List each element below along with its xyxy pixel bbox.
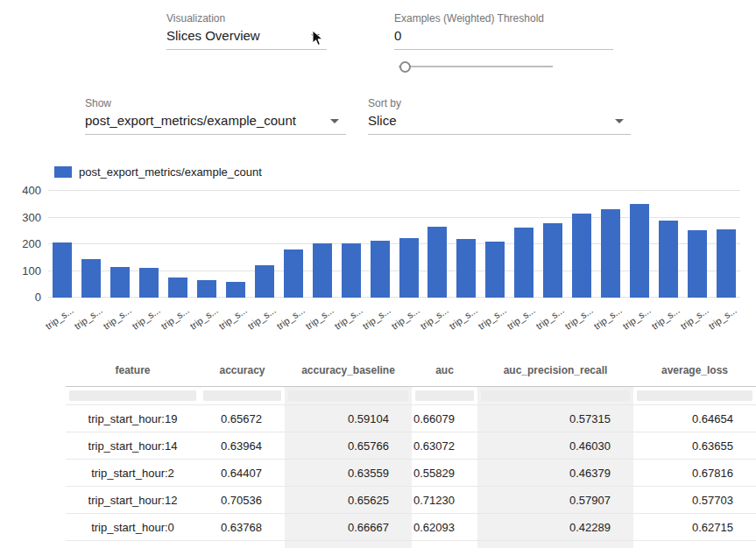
metric-cell: 0.65766	[285, 432, 412, 460]
bar-series	[48, 191, 740, 298]
bar-slot	[394, 191, 423, 298]
feature-cell: trip_start_hour:2	[66, 460, 200, 487]
bar[interactable]	[226, 282, 245, 298]
x-axis-label: trip_s...	[332, 305, 364, 332]
metric-cell: 0.57907	[477, 487, 633, 514]
x-axis-label: trip_s...	[678, 305, 710, 332]
table-row[interactable]: trip_start_hour:230.660160.648440.583370…	[66, 541, 756, 548]
column-header[interactable]: auc_precision_recall	[477, 355, 633, 387]
column-header[interactable]: accuracy	[200, 355, 285, 387]
bar[interactable]	[371, 241, 390, 298]
bar-slot	[307, 191, 336, 298]
table-row[interactable]: trip_start_hour:140.639640.657660.630720…	[66, 432, 756, 460]
threshold-slider-track[interactable]	[399, 66, 553, 67]
metric-cell: 0.58337	[412, 541, 477, 548]
bar[interactable]	[514, 228, 533, 298]
x-axis-label: trip_s...	[649, 305, 681, 332]
chevron-down-icon	[615, 119, 624, 123]
table-row[interactable]: trip_start_hour:00.637680.666670.620930.…	[66, 514, 756, 541]
bar[interactable]	[456, 239, 476, 298]
bar[interactable]	[601, 209, 620, 298]
table-body: trip_start_hour:190.656720.591040.660790…	[66, 405, 756, 548]
bar[interactable]	[313, 243, 332, 298]
x-axis-label: trip_s...	[303, 305, 335, 332]
mouse-cursor-icon	[312, 30, 326, 47]
metric-cell: 0.57703	[633, 487, 756, 514]
bar[interactable]	[197, 280, 216, 298]
bar[interactable]	[399, 238, 419, 298]
feature-cell: trip_start_hour:23	[66, 541, 200, 548]
bar[interactable]	[81, 259, 101, 298]
bar[interactable]	[139, 268, 159, 298]
column-filter-input[interactable]	[203, 390, 281, 401]
y-axis-label: 0	[6, 291, 41, 304]
bar[interactable]	[688, 230, 707, 298]
bar[interactable]	[659, 221, 678, 298]
bar-slot	[365, 191, 394, 298]
bar[interactable]	[342, 243, 361, 298]
show-dropdown[interactable]: post_export_metrics/example_count	[85, 111, 346, 135]
bar-slot	[77, 191, 106, 298]
x-axis-label: trip_s...	[159, 305, 191, 332]
table-header-row: featureaccuracyaccuracy_baselineaucauc_p…	[66, 355, 756, 387]
x-axis-label: trip_s...	[620, 305, 652, 332]
x-axis-label: trip_s...	[216, 305, 248, 332]
sort-by-value: Slice	[368, 113, 397, 128]
visualization-dropdown[interactable]: Slices Overview	[166, 26, 327, 50]
column-filter-input[interactable]	[288, 390, 408, 401]
chart-y-axis: 0100200300400	[0, 191, 41, 298]
bar[interactable]	[427, 227, 447, 298]
column-header[interactable]: average_loss	[633, 355, 756, 387]
bar[interactable]	[543, 223, 562, 298]
bar[interactable]	[485, 242, 505, 298]
column-header[interactable]: accuracy_baseline	[285, 355, 412, 387]
x-axis-label: trip_s...	[131, 305, 162, 332]
bar-slot	[568, 191, 597, 298]
feature-cell: trip_start_hour:19	[66, 405, 200, 432]
metric-cell: 0.55829	[412, 460, 477, 487]
column-filter-input[interactable]	[637, 390, 752, 401]
bar-slot	[250, 191, 279, 298]
bar[interactable]	[168, 278, 187, 298]
metric-cell: 0.63559	[285, 460, 412, 487]
x-axis-label: trip_s...	[102, 305, 133, 332]
bar[interactable]	[572, 214, 591, 298]
sort-by-label: Sort by	[368, 97, 401, 109]
bar-slot	[711, 191, 740, 298]
chart-plot	[48, 191, 740, 298]
bar[interactable]	[630, 204, 649, 298]
slices-overview-screen: Visualization Slices Overview Examples (…	[0, 0, 756, 548]
bar[interactable]	[284, 249, 303, 298]
table-row[interactable]: trip_start_hour:120.705360.656250.712300…	[66, 487, 756, 514]
metric-cell: 0.62715	[633, 514, 756, 541]
metric-cell: 0.46030	[477, 432, 633, 460]
column-header[interactable]: auc	[412, 355, 477, 387]
bar[interactable]	[717, 229, 736, 298]
bar-slot	[481, 191, 510, 298]
threshold-slider-thumb[interactable]	[399, 61, 411, 73]
column-filter-input[interactable]	[69, 390, 196, 401]
threshold-input[interactable]	[394, 26, 613, 50]
table-row[interactable]: trip_start_hour:190.656720.591040.660790…	[66, 405, 756, 432]
column-filter-input[interactable]	[481, 390, 630, 401]
x-axis-label: trip_s...	[44, 305, 75, 332]
metric-cell: 0.65142	[633, 541, 756, 548]
metric-cell: 0.65672	[200, 405, 285, 432]
bar[interactable]	[255, 265, 274, 298]
bar[interactable]	[53, 242, 72, 298]
column-header[interactable]: feature	[66, 355, 200, 387]
column-filter-input[interactable]	[415, 390, 474, 401]
bar-slot	[193, 191, 222, 298]
bar-slot	[48, 191, 77, 298]
x-axis-label: trip_s...	[533, 305, 565, 332]
sort-by-dropdown[interactable]: Slice	[368, 111, 631, 135]
x-axis-label: trip_s...	[562, 305, 594, 332]
x-axis-label: trip_s...	[245, 305, 277, 332]
metric-cell: 0.64844	[285, 541, 412, 548]
bar[interactable]	[110, 267, 130, 298]
feature-cell: trip_start_hour:0	[66, 514, 200, 541]
metric-cell: 0.67816	[633, 460, 756, 487]
bar-slot	[452, 191, 481, 298]
metric-cell: 0.64654	[633, 405, 756, 432]
table-row[interactable]: trip_start_hour:20.644070.635590.558290.…	[66, 460, 756, 487]
